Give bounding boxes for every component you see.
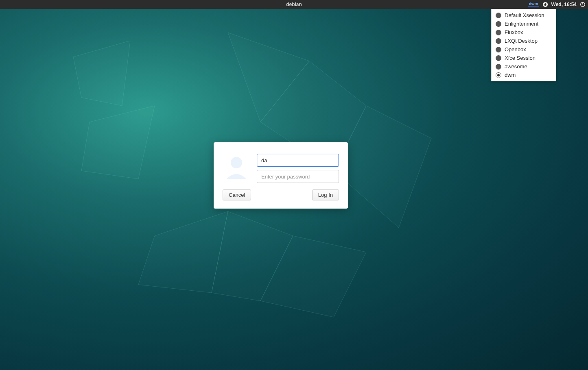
radio-icon	[496, 21, 501, 27]
svg-point-9	[544, 3, 546, 4]
password-input[interactable]	[257, 170, 339, 183]
session-menu: Default XsessionEnlightenmentFluxboxLXQt…	[491, 9, 556, 81]
session-item-dwm[interactable]: dwm	[492, 71, 556, 79]
session-item-label: dwm	[505, 72, 516, 78]
session-item-enlightenment[interactable]: Enlightenment	[492, 20, 556, 28]
session-item-label: Fluxbox	[505, 29, 523, 35]
radio-icon	[496, 64, 501, 70]
hostname-label: debian	[286, 2, 302, 7]
session-selector[interactable]: dwm	[528, 2, 539, 7]
username-input[interactable]	[257, 154, 339, 167]
session-item-lxqt-desktop[interactable]: LXQt Desktop	[492, 37, 556, 45]
power-icon[interactable]	[580, 2, 586, 7]
radio-icon	[496, 55, 501, 61]
login-dialog: Cancel Log In	[214, 142, 348, 209]
session-item-awesome[interactable]: awesome	[492, 62, 556, 71]
svg-marker-7	[73, 41, 130, 106]
session-item-label: awesome	[505, 63, 527, 70]
session-item-default-xsession[interactable]: Default Xsession	[492, 11, 556, 20]
session-item-label: Xfce Session	[505, 55, 536, 61]
topbar: debian dwm Wed, 16:54	[0, 0, 588, 9]
session-item-fluxbox[interactable]: Fluxbox	[492, 28, 556, 37]
radio-icon	[496, 38, 501, 44]
radio-icon	[496, 72, 501, 78]
login-button[interactable]: Log In	[312, 189, 339, 200]
radio-icon	[496, 47, 501, 52]
session-item-xfce-session[interactable]: Xfce Session	[492, 54, 556, 62]
clock-label[interactable]: Wed, 16:54	[551, 2, 577, 7]
session-item-label: LXQt Desktop	[505, 38, 538, 44]
session-item-label: Default Xsession	[505, 12, 544, 18]
svg-point-12	[231, 157, 242, 168]
accessibility-icon[interactable]	[542, 2, 548, 7]
session-item-label: Enlightenment	[505, 21, 538, 27]
avatar-icon	[223, 154, 250, 181]
svg-marker-6	[81, 106, 155, 179]
session-item-openbox[interactable]: Openbox	[492, 45, 556, 54]
radio-icon	[496, 30, 501, 35]
session-item-label: Openbox	[505, 46, 526, 52]
cancel-button[interactable]: Cancel	[223, 189, 251, 200]
radio-icon	[496, 13, 501, 18]
